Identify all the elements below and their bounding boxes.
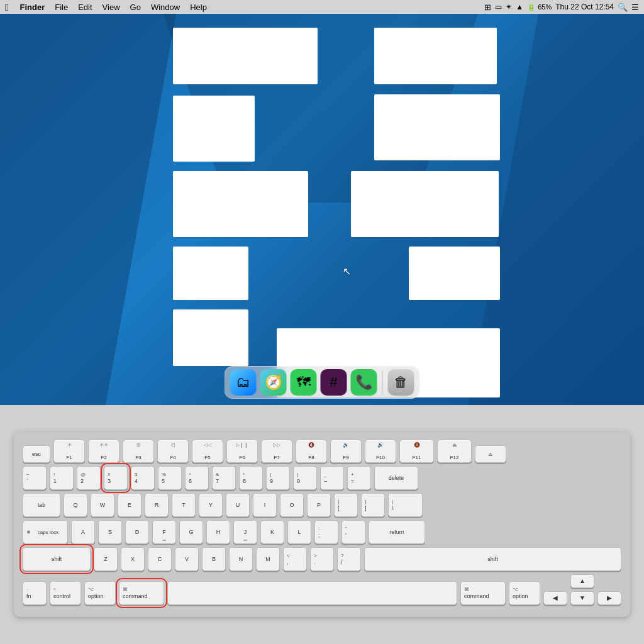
dock-slack[interactable]: # <box>321 369 347 396</box>
key-f12[interactable]: ⏏F12 <box>437 440 472 464</box>
key-f4[interactable]: ⊟F4 <box>157 440 189 464</box>
key-f2[interactable]: ☀☀F2 <box>88 440 119 464</box>
key-equals[interactable]: += <box>347 466 371 490</box>
key-f11[interactable]: 🔕F11 <box>399 440 434 464</box>
key-y[interactable]: Y <box>199 493 223 517</box>
key-arrow-up[interactable]: ▲ <box>570 574 594 588</box>
key-v[interactable]: V <box>175 547 199 571</box>
dock-finder[interactable]: 🗂 <box>230 369 257 396</box>
bluetooth-icon[interactable]: ✴ <box>506 3 512 11</box>
key-a[interactable]: A <box>71 520 95 544</box>
key-l[interactable]: L <box>287 520 311 544</box>
dock-maps[interactable]: 🗺 <box>291 369 317 396</box>
key-f6[interactable]: ▷❙❙F6 <box>226 440 258 464</box>
key-d[interactable]: D <box>125 520 149 544</box>
key-command-right[interactable]: ⌘command <box>460 581 506 605</box>
notification-icon[interactable]: ☰ <box>631 3 639 12</box>
key-f3[interactable]: ⊞F3 <box>123 440 154 464</box>
key-3[interactable]: #3 <box>104 466 128 490</box>
key-0[interactable]: )0 <box>293 466 317 490</box>
key-space[interactable] <box>167 581 457 605</box>
dock-phone[interactable]: 📞 <box>351 369 377 396</box>
key-f[interactable]: F <box>152 520 176 544</box>
key-arrow-down[interactable]: ▼ <box>570 591 594 605</box>
key-quote[interactable]: "' <box>341 520 365 544</box>
menu-window[interactable]: Window <box>146 3 185 12</box>
menu-go[interactable]: Go <box>125 3 146 12</box>
key-w[interactable]: W <box>91 493 114 517</box>
key-period[interactable]: >. <box>310 547 334 571</box>
key-minus[interactable]: _– <box>320 466 344 490</box>
menu-help[interactable]: Help <box>185 3 212 12</box>
key-8[interactable]: *8 <box>239 466 263 490</box>
key-p[interactable]: P <box>307 493 331 517</box>
key-return[interactable]: return <box>369 520 425 544</box>
key-option-left[interactable]: ⌥option <box>84 581 116 605</box>
key-k[interactable]: K <box>260 520 284 544</box>
menu-view[interactable]: View <box>97 3 125 12</box>
key-esc[interactable]: esc <box>23 445 50 463</box>
key-x[interactable]: X <box>121 547 145 571</box>
key-f10[interactable]: 🔊F10 <box>365 440 396 464</box>
key-command-left[interactable]: ⌘command <box>119 581 164 605</box>
key-u[interactable]: U <box>226 493 250 517</box>
menu-file[interactable]: File <box>50 3 73 12</box>
key-f1[interactable]: ☀F1 <box>53 440 85 464</box>
key-z[interactable]: Z <box>94 547 118 571</box>
key-q[interactable]: Q <box>64 493 87 517</box>
key-f5[interactable]: ◁◁F5 <box>192 440 223 464</box>
key-backtick[interactable]: ~` <box>23 466 47 490</box>
control-center-icon[interactable]: ⊞ <box>484 3 491 12</box>
key-lbracket[interactable]: {[ <box>334 493 358 517</box>
key-j[interactable]: J <box>233 520 257 544</box>
app-name[interactable]: Finder <box>14 3 50 12</box>
key-c[interactable]: C <box>148 547 172 571</box>
key-o[interactable]: O <box>280 493 304 517</box>
wp-tile-7 <box>173 247 248 300</box>
key-tab[interactable]: tab <box>23 493 60 517</box>
key-m[interactable]: M <box>256 547 280 571</box>
key-eject[interactable]: ⏏ <box>475 445 506 463</box>
key-5[interactable]: %5 <box>158 466 182 490</box>
key-s[interactable]: S <box>98 520 122 544</box>
cast-icon[interactable]: ▭ <box>495 3 502 11</box>
key-b[interactable]: B <box>202 547 226 571</box>
dock-trash[interactable]: 🗑 <box>388 369 414 396</box>
key-slash[interactable]: ?/ <box>337 547 361 571</box>
search-icon[interactable]: 🔍 <box>618 3 628 12</box>
key-f8[interactable]: 🔇F8 <box>296 440 327 464</box>
key-option-right[interactable]: ⌥option <box>509 581 540 605</box>
key-rbracket[interactable]: }] <box>361 493 385 517</box>
key-9[interactable]: (9 <box>266 466 290 490</box>
battery-indicator[interactable]: 🔋 65% <box>527 3 552 11</box>
apple-menu[interactable]:  <box>5 2 8 13</box>
key-control[interactable]: ^control <box>50 581 81 605</box>
key-shift-left[interactable]: shift <box>23 547 91 571</box>
key-h[interactable]: H <box>206 520 230 544</box>
key-i[interactable]: I <box>253 493 277 517</box>
key-4[interactable]: $4 <box>131 466 155 490</box>
key-arrow-left[interactable]: ◀ <box>543 591 567 605</box>
key-n[interactable]: N <box>229 547 253 571</box>
key-fn[interactable]: ·fn <box>23 581 47 605</box>
key-t[interactable]: T <box>172 493 196 517</box>
wifi-icon[interactable]: ▲ <box>516 3 523 11</box>
key-2[interactable]: @2 <box>77 466 101 490</box>
key-e[interactable]: E <box>118 493 142 517</box>
key-arrow-right[interactable]: ▶ <box>597 591 621 605</box>
key-7[interactable]: &7 <box>212 466 236 490</box>
key-1[interactable]: !1 <box>50 466 74 490</box>
dock-safari[interactable]: 🧭 <box>260 369 287 396</box>
key-comma[interactable]: <, <box>283 547 307 571</box>
key-f7[interactable]: ▷▷F7 <box>261 440 292 464</box>
key-backslash[interactable]: |\ <box>388 493 423 517</box>
key-semicolon[interactable]: :; <box>314 520 338 544</box>
key-6[interactable]: ^6 <box>185 466 209 490</box>
key-g[interactable]: G <box>179 520 203 544</box>
key-delete[interactable]: delete <box>374 466 418 490</box>
key-r[interactable]: R <box>145 493 169 517</box>
menu-edit[interactable]: Edit <box>73 3 97 12</box>
key-f9[interactable]: 🔉F9 <box>330 440 362 464</box>
key-shift-right[interactable]: shift <box>364 547 621 571</box>
key-capslock[interactable]: caps lock <box>23 520 68 544</box>
